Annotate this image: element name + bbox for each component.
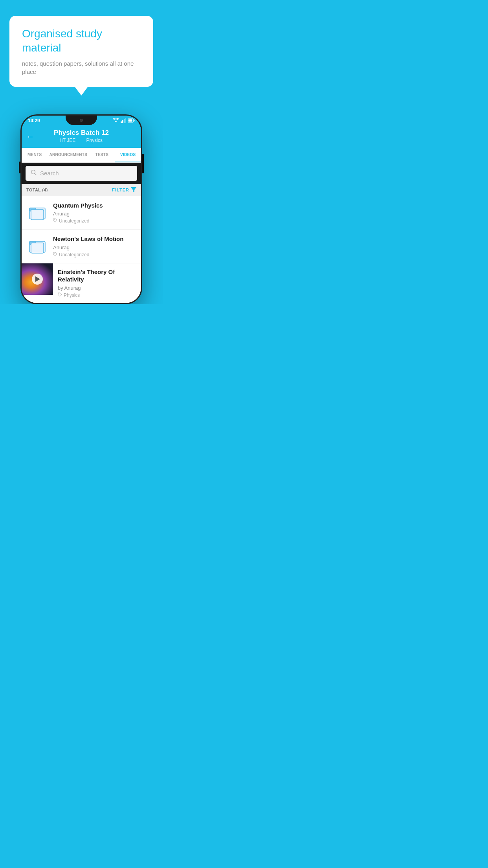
svg-rect-6 — [134, 120, 135, 121]
search-bar[interactable]: Search — [26, 166, 137, 181]
list-item[interactable]: Quantum Physics Anurag Uncategorized — [22, 196, 141, 230]
folder-icon — [29, 204, 46, 221]
svg-rect-1 — [121, 121, 122, 123]
svg-rect-2 — [122, 120, 123, 123]
filter-label: FILTER — [112, 188, 129, 192]
tag-label: Uncategorized — [59, 252, 89, 257]
svg-point-18 — [54, 253, 55, 254]
svg-rect-17 — [31, 243, 44, 253]
video-title: Newton's Laws of Motion — [53, 235, 136, 243]
video-tag: Physics — [58, 292, 136, 298]
wifi-icon — [113, 118, 119, 123]
video-tag: Uncategorized — [53, 218, 136, 224]
status-icons — [113, 118, 135, 123]
tag-icon — [53, 218, 57, 224]
subtitle-physics: Physics — [86, 138, 103, 143]
svg-rect-7 — [128, 120, 132, 122]
subtitle-iitjee: IIT JEE — [60, 138, 75, 143]
video-tag: Uncategorized — [53, 252, 136, 257]
phone-wrapper: 14:29 — [0, 114, 163, 304]
svg-rect-13 — [31, 210, 44, 220]
back-button[interactable]: ← — [26, 132, 34, 141]
play-button[interactable] — [32, 274, 43, 285]
list-item[interactable]: Einstein's Theory Of Relativity by Anura… — [22, 263, 141, 303]
camera — [80, 119, 83, 122]
search-placeholder: Search — [40, 170, 59, 177]
list-item[interactable]: Newton's Laws of Motion Anurag Uncategor… — [22, 230, 141, 263]
tab-tests[interactable]: TESTS — [89, 148, 115, 162]
video-thumbnail-einstein — [22, 263, 53, 295]
phone-notch — [66, 116, 97, 125]
svg-line-9 — [35, 173, 37, 175]
header-title: Physics Batch 12 — [28, 129, 135, 137]
play-triangle-icon — [35, 276, 40, 282]
filter-bar: TOTAL (4) FILTER — [22, 184, 141, 196]
video-title: Quantum Physics — [53, 202, 136, 210]
video-author: Anurag — [53, 211, 136, 217]
tab-announcements[interactable]: ANNOUNCEMENTS — [48, 148, 89, 162]
svg-point-19 — [59, 293, 59, 294]
filter-icon — [131, 187, 136, 193]
svg-marker-10 — [131, 187, 136, 192]
promo-title: Organised study material — [22, 27, 141, 55]
video-info-newton: Newton's Laws of Motion Anurag Uncategor… — [53, 235, 136, 257]
tag-label: Physics — [64, 292, 80, 298]
folder-thumbnail-quantum — [26, 202, 48, 224]
video-author: by Anurag — [58, 285, 136, 291]
battery-icon — [128, 118, 135, 123]
phone-screen: 14:29 — [22, 116, 141, 303]
promo-section: Organised study material notes, question… — [0, 0, 163, 95]
phone-mockup: 14:29 — [20, 114, 142, 304]
video-title: Einstein's Theory Of Relativity — [58, 268, 136, 283]
promo-subtitle: notes, question papers, solutions all at… — [22, 59, 141, 76]
tabs-bar: MENTS ANNOUNCEMENTS TESTS VIDEOS — [22, 148, 141, 163]
svg-marker-0 — [114, 121, 117, 122]
video-info-einstein: Einstein's Theory Of Relativity by Anura… — [58, 263, 141, 303]
svg-point-14 — [54, 219, 55, 220]
video-author: Anurag — [53, 245, 136, 250]
video-list: Quantum Physics Anurag Uncategorized — [22, 196, 141, 303]
tag-label: Uncategorized — [59, 218, 89, 224]
tag-icon — [58, 292, 62, 298]
tab-videos[interactable]: VIDEOS — [115, 148, 141, 162]
signal-icon — [121, 118, 126, 123]
speech-bubble: Organised study material notes, question… — [9, 16, 153, 87]
app-header: ← Physics Batch 12 IIT JEE Physics — [22, 125, 141, 148]
folder-icon — [29, 237, 46, 255]
total-count: TOTAL (4) — [26, 188, 48, 192]
power-button — [142, 154, 144, 173]
tag-icon — [53, 252, 57, 257]
folder-thumbnail-newton — [26, 235, 48, 257]
svg-rect-4 — [125, 118, 126, 123]
status-time: 14:29 — [28, 118, 40, 123]
phone-outer: 14:29 — [20, 114, 142, 304]
video-info-quantum: Quantum Physics Anurag Uncategorized — [53, 202, 136, 224]
header-subtitle: IIT JEE Physics — [28, 138, 135, 143]
tab-ments[interactable]: MENTS — [22, 148, 48, 162]
search-icon — [31, 169, 37, 177]
filter-button[interactable]: FILTER — [112, 187, 136, 193]
svg-rect-3 — [124, 119, 125, 123]
